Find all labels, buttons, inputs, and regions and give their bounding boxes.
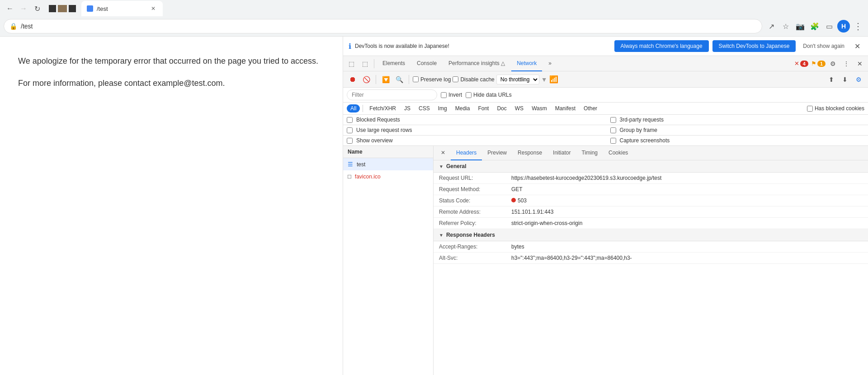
hide-data-urls-label[interactable]: Hide data URLs [466, 92, 512, 98]
show-overview-label[interactable]: Show overview [347, 137, 601, 144]
type-doc-button[interactable]: Doc [493, 104, 510, 112]
third-party-checkbox[interactable] [610, 117, 616, 123]
close-devtools-button[interactable]: ✕ [854, 57, 866, 70]
tab-more[interactable]: » [543, 56, 557, 71]
type-fetch-xhr-button[interactable]: Fetch/XHR [366, 104, 400, 112]
share-button[interactable]: ↗ [765, 20, 778, 33]
details-tab-cookies[interactable]: Cookies [603, 146, 633, 160]
hide-data-urls-checkbox[interactable] [466, 92, 472, 98]
address-bar[interactable]: 🔒 /test [4, 19, 762, 33]
request-url-row: Request URL: https://hasebetest-kurocoed… [434, 173, 868, 184]
download-button[interactable]: ⬇ [839, 74, 851, 85]
tab-elements[interactable]: Elements [377, 56, 410, 71]
always-match-language-button[interactable]: Always match Chrome's language [614, 40, 709, 52]
preserve-log-label[interactable]: Preserve log [413, 76, 451, 83]
type-font-button[interactable]: Font [474, 104, 492, 112]
error-line2: For more information, please contact exa… [18, 77, 325, 90]
tab-console[interactable]: Console [411, 56, 442, 71]
devtools-cursor-icon[interactable]: ⬚ [345, 57, 358, 70]
capture-screenshots-label[interactable]: Capture screenshots [610, 137, 865, 144]
reload-button[interactable]: ↻ [31, 2, 43, 15]
camera-button[interactable]: 📷 [794, 20, 807, 33]
type-css-button[interactable]: CSS [415, 104, 434, 112]
devtools-device-icon[interactable]: ⬚ [359, 57, 371, 70]
blocked-requests-checkbox[interactable] [347, 117, 353, 123]
sidebar-button[interactable]: ▭ [823, 20, 835, 33]
capture-screenshots-text: Capture screenshots [620, 137, 670, 144]
large-rows-checkbox[interactable] [347, 127, 353, 133]
details-tab-timing[interactable]: Timing [576, 146, 603, 160]
forward-button[interactable]: → [17, 2, 30, 15]
more-options-icon[interactable]: ⋮ [840, 57, 853, 70]
disable-cache-text: Disable cache [460, 76, 494, 83]
response-headers-arrow-icon: ▼ [439, 233, 443, 238]
invert-label[interactable]: Invert [441, 92, 462, 98]
type-other-button[interactable]: Other [580, 104, 601, 112]
type-wasm-button[interactable]: Wasm [528, 104, 551, 112]
details-tab-headers[interactable]: Headers [451, 146, 482, 160]
invert-checkbox[interactable] [441, 92, 447, 98]
type-all-button[interactable]: All [347, 104, 360, 112]
show-overview-checkbox[interactable] [347, 138, 353, 144]
switch-to-japanese-button[interactable]: Switch DevTools to Japanese [712, 40, 796, 52]
group-by-frame-label[interactable]: Group by frame [610, 127, 865, 133]
toolbar-sep-1 [376, 75, 376, 84]
has-blocked-cookies-checkbox[interactable] [807, 106, 813, 112]
tab-network[interactable]: Network [511, 56, 542, 71]
details-tab-initiator[interactable]: Initiator [547, 146, 576, 160]
disable-cache-label[interactable]: Disable cache [453, 76, 494, 83]
type-js-button[interactable]: JS [401, 104, 414, 112]
filter-row: Invert Hide data URLs [343, 88, 868, 103]
third-party-label[interactable]: 3rd-party requests [610, 117, 865, 123]
tab-performance-insights[interactable]: Performance insights △ [443, 56, 510, 71]
back-button[interactable]: ← [4, 2, 16, 15]
capture-screenshots-checkbox[interactable] [610, 138, 616, 144]
type-media-button[interactable]: Media [452, 104, 474, 112]
details-tab-preview[interactable]: Preview [482, 146, 512, 160]
bookmark-button[interactable]: ☆ [779, 20, 792, 33]
type-ws-button[interactable]: WS [511, 104, 527, 112]
dont-show-again-button[interactable]: Don't show again [799, 40, 848, 52]
options-row-2: Use large request rows Group by frame [343, 125, 868, 136]
throttle-select[interactable]: No throttling [496, 75, 539, 84]
menu-button[interactable]: ⋮ [852, 20, 864, 33]
tab-close-button[interactable]: ✕ [149, 5, 157, 13]
devtools-panel: ℹ DevTools is now available in Japanese!… [343, 37, 868, 375]
details-tab-response[interactable]: Response [512, 146, 547, 160]
clear-button[interactable]: 🚫 [360, 74, 372, 85]
profile-button[interactable]: H [837, 20, 850, 33]
wifi-icon: 📶 [549, 75, 558, 84]
upload-button[interactable]: ⬆ [826, 74, 837, 85]
details-close-button[interactable]: ✕ [435, 146, 451, 160]
browser-tab[interactable]: /test ✕ [81, 1, 163, 16]
dropdown-arrow-icon: ▼ [541, 76, 547, 83]
request-method-row: Request Method: GET [434, 184, 868, 195]
type-sep [363, 105, 363, 112]
filter-input[interactable] [347, 89, 437, 100]
status-code-value: 503 [511, 197, 863, 204]
large-rows-label[interactable]: Use large request rows [347, 127, 601, 133]
network-row-test[interactable]: ☰ test [343, 158, 433, 170]
blocked-requests-label[interactable]: Blocked Requests [347, 117, 601, 123]
accept-ranges-key: Accept-Ranges: [439, 244, 511, 250]
general-section-header[interactable]: ▼ General [434, 160, 868, 173]
response-headers-section-header[interactable]: ▼ Response Headers [434, 229, 868, 241]
search-button[interactable]: 🔍 [393, 74, 405, 85]
details-content: ▼ General Request URL: https://hasebetes… [434, 160, 868, 375]
request-method-key: Request Method: [439, 186, 511, 192]
network-settings-button[interactable]: ⚙ [853, 74, 864, 85]
extensions-button[interactable]: 🧩 [808, 20, 821, 33]
settings-icon[interactable]: ⚙ [826, 57, 839, 70]
type-img-button[interactable]: Img [434, 104, 451, 112]
has-blocked-cookies-label[interactable]: Has blocked cookies [807, 105, 864, 112]
lock-icon: 🔒 [9, 23, 17, 30]
network-row-favicon[interactable]: □ favicon.ico [343, 170, 433, 183]
type-manifest-button[interactable]: Manifest [552, 104, 579, 112]
group-by-frame-checkbox[interactable] [610, 127, 616, 133]
preserve-log-checkbox[interactable] [413, 76, 419, 82]
info-bar-close-button[interactable]: ✕ [852, 41, 863, 52]
record-button[interactable]: ⏺ [347, 74, 359, 85]
filter-icon[interactable]: 🔽 [380, 74, 392, 85]
request-url-value: https://hasebetest-kurocoedge20230619.s3… [511, 175, 863, 181]
disable-cache-checkbox[interactable] [453, 76, 458, 82]
